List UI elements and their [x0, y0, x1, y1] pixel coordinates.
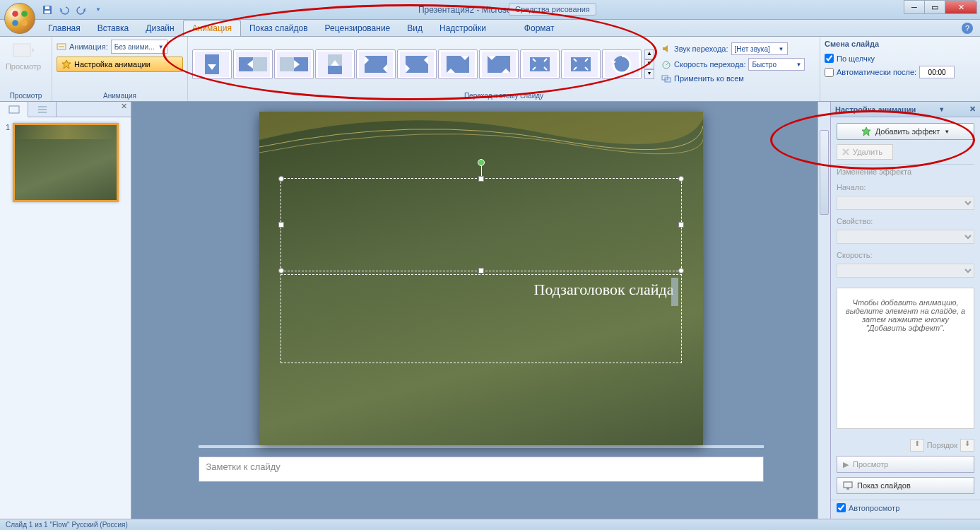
- tab-home[interactable]: Главная: [40, 20, 89, 36]
- start-label: Начало:: [837, 183, 974, 192]
- transition-item-2[interactable]: [233, 49, 273, 79]
- task-pane-title: Настройка анимации: [835, 105, 916, 114]
- resize-handle[interactable]: [278, 268, 284, 273]
- custom-animation-button[interactable]: Настройка анимации: [57, 57, 183, 72]
- resize-handle[interactable]: [278, 176, 284, 182]
- tab-design[interactable]: Дизайн: [137, 20, 182, 36]
- slide-thumbnail-image[interactable]: [13, 123, 119, 202]
- on-click-checkbox[interactable]: По щелчку: [825, 54, 976, 63]
- svg-marker-53: [862, 127, 870, 136]
- svg-rect-5: [45, 11, 50, 13]
- maximize-button[interactable]: ▭: [924, 0, 945, 14]
- pane-close-button[interactable]: ✕: [117, 102, 131, 117]
- transition-item-8[interactable]: [479, 49, 519, 79]
- transition-speed-dropdown[interactable]: Быстро▼: [748, 58, 805, 71]
- resize-handle[interactable]: [478, 268, 484, 273]
- transition-gallery-scroller[interactable]: ▲▼▾: [644, 49, 654, 79]
- slide-number: 1: [6, 123, 10, 202]
- text-cursor: [671, 278, 678, 306]
- transition-item-11[interactable]: [602, 49, 642, 79]
- transition-sound-label: Звук перехода:: [674, 45, 728, 53]
- tab-review[interactable]: Рецензирование: [317, 20, 399, 36]
- transition-sound-dropdown[interactable]: [Нет звука]▼: [731, 42, 788, 55]
- redo-icon[interactable]: [73, 2, 89, 18]
- slide-decoration: [259, 112, 703, 161]
- ribbon-group-label: Просмотр: [0, 92, 52, 100]
- transition-item-10[interactable]: [561, 49, 601, 79]
- ribbon-group-animation: Анимация: Без аними...▼ Настройка анимац…: [52, 37, 188, 101]
- modify-effect-section-label: Изменение эффекта: [837, 164, 974, 176]
- resize-handle[interactable]: [678, 222, 684, 228]
- auto-after-time[interactable]: [919, 66, 955, 78]
- svg-point-2: [12, 20, 18, 26]
- preview-button[interactable]: Просмотр: [4, 40, 42, 78]
- office-button[interactable]: [4, 3, 35, 34]
- animate-label: Анимация:: [69, 42, 108, 51]
- animation-task-pane: Настройка анимации ▼ ✕ Добавить эффект ▼…: [830, 102, 980, 519]
- slide-thumbnail-1[interactable]: 1: [6, 123, 125, 202]
- transition-item-4[interactable]: [315, 49, 355, 79]
- task-pane-close-icon[interactable]: ✕: [967, 105, 976, 114]
- tab-slideshow[interactable]: Показ слайдов: [241, 20, 317, 36]
- rotation-connector: [481, 165, 482, 176]
- slide-canvas[interactable]: Подзаголовок слайда: [259, 112, 703, 445]
- save-icon[interactable]: [40, 2, 55, 18]
- ribbon-group-label: Переход к этому слайду: [188, 92, 820, 100]
- transition-item-7[interactable]: [438, 49, 478, 79]
- svg-point-1: [21, 11, 28, 17]
- svg-marker-10: [62, 60, 71, 69]
- outline-tab[interactable]: [28, 102, 57, 117]
- minimize-button[interactable]: ─: [904, 0, 925, 14]
- transition-item-5[interactable]: [356, 49, 396, 79]
- animate-dropdown[interactable]: Без аними...▼: [111, 40, 167, 54]
- subtitle-text[interactable]: Подзаголовок слайда: [534, 281, 674, 299]
- tab-insert[interactable]: Вставка: [89, 20, 138, 36]
- transition-item-6[interactable]: [397, 49, 437, 79]
- qat-dropdown-icon[interactable]: ▼: [90, 2, 106, 18]
- transition-item-1[interactable]: [192, 49, 232, 79]
- slides-pane-tabs: ✕: [0, 102, 131, 117]
- apply-to-all-button[interactable]: Применить ко всем: [661, 73, 805, 83]
- resize-handle[interactable]: [478, 176, 484, 182]
- notes-pane[interactable]: Заметки к слайду: [199, 457, 764, 482]
- slide-editor[interactable]: Подзаголовок слайда Заметки к слайду: [131, 102, 830, 519]
- auto-preview-checkbox[interactable]: [837, 503, 846, 512]
- editor-scrollbar[interactable]: [817, 102, 830, 519]
- ribbon-group-advance: Смена слайда По щелчку Автоматически пос…: [820, 37, 980, 101]
- title-placeholder[interactable]: [281, 178, 682, 271]
- slideshow-button[interactable]: Показ слайдов: [837, 477, 974, 494]
- svg-marker-8: [32, 48, 35, 52]
- resize-handle[interactable]: [678, 176, 684, 182]
- notes-splitter[interactable]: [199, 445, 764, 448]
- add-effect-button[interactable]: Добавить эффект ▼: [837, 123, 974, 140]
- task-pane-menu-icon[interactable]: ▼: [938, 106, 945, 113]
- svg-rect-16: [253, 57, 267, 71]
- subtitle-placeholder[interactable]: Подзаголовок слайда: [281, 274, 682, 363]
- tab-format[interactable]: Формат: [516, 20, 563, 36]
- speed-dropdown: [837, 264, 974, 278]
- main-area: ✕ 1: [0, 102, 980, 519]
- slides-tab[interactable]: [0, 102, 28, 117]
- svg-rect-7: [13, 44, 30, 57]
- help-icon[interactable]: ?: [962, 23, 973, 34]
- transition-item-3[interactable]: [274, 49, 314, 79]
- svg-rect-52: [9, 106, 19, 113]
- resize-handle[interactable]: [278, 222, 284, 228]
- add-effect-icon: [861, 126, 871, 136]
- resize-handle[interactable]: [678, 268, 684, 273]
- window-controls: ─ ▭ ✕: [904, 0, 977, 14]
- transition-item-9[interactable]: [520, 49, 560, 79]
- rotation-handle[interactable]: [478, 159, 485, 166]
- close-button[interactable]: ✕: [945, 0, 977, 14]
- auto-after-checkbox[interactable]: Автоматически после:: [825, 66, 976, 78]
- slides-pane: ✕ 1: [0, 102, 131, 519]
- tab-view[interactable]: Вид: [399, 20, 431, 36]
- slideshow-icon: [843, 481, 853, 490]
- transition-speed-label: Скорость перехода:: [674, 60, 745, 69]
- tab-addins[interactable]: Надстройки: [431, 20, 495, 36]
- ribbon-tabs: Главная Вставка Дизайн Анимация Показ сл…: [0, 20, 980, 37]
- auto-preview-row[interactable]: Автопросмотр: [831, 500, 980, 515]
- tab-animation[interactable]: Анимация: [183, 20, 241, 36]
- scrollbar-thumb[interactable]: [820, 130, 829, 215]
- undo-icon[interactable]: [57, 2, 72, 18]
